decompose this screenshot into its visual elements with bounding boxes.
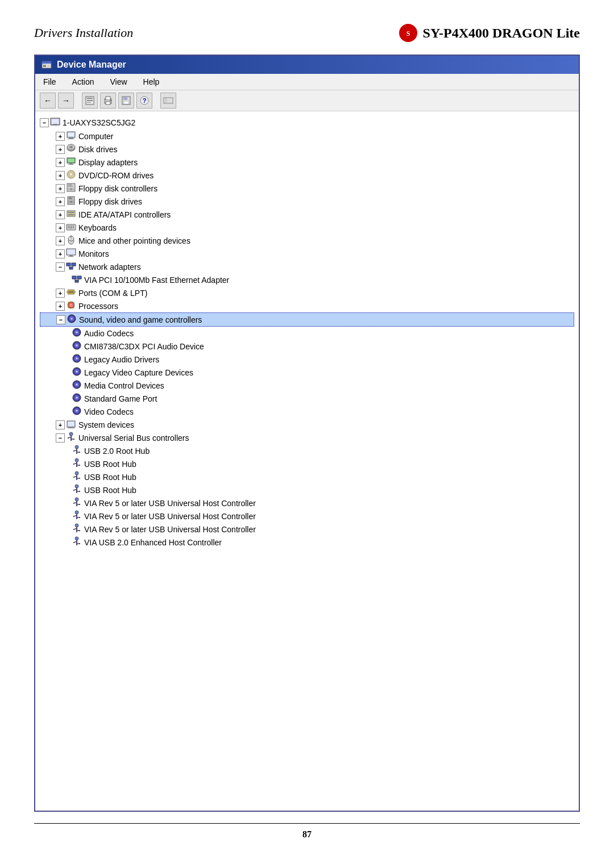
tree-item-keyboards[interactable]: + Keyboards <box>40 221 574 234</box>
svg-rect-178 <box>79 530 80 531</box>
svg-rect-184 <box>79 543 80 544</box>
sound-label: Sound, video and game controllers <box>79 315 202 324</box>
toolbar-properties-button[interactable] <box>82 93 98 108</box>
svg-rect-57 <box>73 226 74 227</box>
tree-item-usb-root3[interactable]: USB Root Hub <box>40 483 574 496</box>
window-toolbar: ← → <box>35 90 579 111</box>
svg-rect-3 <box>42 61 51 64</box>
svg-rect-47 <box>71 197 72 198</box>
svg-rect-66 <box>67 249 75 254</box>
menu-file[interactable]: File <box>41 76 59 87</box>
window-title: Device Manager <box>57 60 126 70</box>
svg-rect-165 <box>73 503 74 504</box>
legacy-video-label: Legacy Video Capture Devices <box>84 368 193 377</box>
svg-rect-130 <box>68 428 74 428</box>
tree-item-via-usb20[interactable]: VIA USB 2.0 Enhanced Host Controller <box>40 536 574 549</box>
svg-rect-9 <box>87 100 93 101</box>
via-usb1-label: VIA Rev 5 or later USB Universal Host Co… <box>84 499 256 508</box>
tree-item-cmi8738[interactable]: CMI8738/C3DX PCI Audio Device <box>40 340 574 353</box>
svg-rect-28 <box>69 137 73 139</box>
toolbar-back-button[interactable]: ← <box>40 93 56 108</box>
dvd-icon <box>66 169 76 181</box>
svg-point-167 <box>75 511 78 514</box>
tree-root[interactable]: − 1-UAXYS32SC5JG2 <box>40 116 574 130</box>
tree-item-floppy-drv[interactable]: + Floppy disk drives <box>40 195 574 208</box>
audio-codecs-label: Audio Codecs <box>84 329 134 338</box>
device-tree: − 1-UAXYS32SC5JG2 + <box>35 111 579 553</box>
tree-item-via-usb3[interactable]: VIA Rev 5 or later USB Universal Host Co… <box>40 523 574 536</box>
toolbar-help-button[interactable]: ? <box>136 93 152 108</box>
tree-item-computer[interactable]: + Computer <box>40 130 574 143</box>
tree-item-floppy-ctrl[interactable]: + Floppy disk controllers <box>40 182 574 195</box>
floppy-drv-icon <box>66 195 76 207</box>
tree-item-mice[interactable]: + Mice and other pointing devices <box>40 234 574 247</box>
svg-rect-52 <box>68 214 74 215</box>
svg-rect-160 <box>79 491 80 492</box>
tree-item-legacy-video[interactable]: Legacy Video Capture Devices <box>40 366 574 379</box>
titlebar-icon <box>41 59 52 70</box>
tree-item-dvd[interactable]: + DVD/CD-ROM drives <box>40 169 574 182</box>
tree-item-system[interactable]: + System devices <box>40 418 574 431</box>
tree-item-ports[interactable]: + Ports (COM & LPT) <box>40 286 574 299</box>
window-menubar: File Action View Help <box>35 74 579 90</box>
mice-icon <box>66 235 76 247</box>
svg-text:S: S <box>406 30 410 37</box>
via-usb20-icon <box>72 536 82 548</box>
svg-rect-68 <box>68 256 74 257</box>
svg-rect-91 <box>70 301 70 302</box>
menu-help[interactable]: Help <box>141 76 162 87</box>
tree-item-monitors[interactable]: + Monitors <box>40 247 574 260</box>
tree-item-legacy-audio[interactable]: Legacy Audio Drivers <box>40 353 574 366</box>
svg-rect-172 <box>79 517 80 518</box>
tree-item-via-pci[interactable]: VIA PCI 10/100Mb Fast Ethernet Adapter <box>40 273 574 286</box>
tree-item-usb20hub[interactable]: USB 2.0 Root Hub <box>40 444 574 457</box>
tree-item-display[interactable]: + Display adapters <box>40 156 574 169</box>
cmi8738-icon <box>72 340 82 352</box>
tree-item-via-usb2[interactable]: VIA Rev 5 or later USB Universal Host Co… <box>40 510 574 523</box>
game-port-icon <box>72 393 82 404</box>
toolbar-print-button[interactable] <box>100 93 116 108</box>
svg-rect-83 <box>67 291 68 293</box>
svg-point-118 <box>76 384 77 385</box>
tree-item-network[interactable]: − Network adapters <box>40 260 574 273</box>
svg-point-149 <box>75 471 78 475</box>
svg-rect-24 <box>53 124 57 125</box>
floppy-ctrl-label: Floppy disk controllers <box>78 184 157 193</box>
tree-item-sound[interactable]: − Sound, video and game controllers <box>40 312 574 327</box>
svg-rect-94 <box>72 308 72 309</box>
menu-action[interactable]: Action <box>70 76 97 87</box>
tree-item-usb-root1[interactable]: USB Root Hub <box>40 457 574 470</box>
toolbar-extra-button[interactable] <box>160 93 176 108</box>
cmi8738-label: CMI8738/C3DX PCI Audio Device <box>84 342 204 351</box>
svg-rect-55 <box>69 226 70 227</box>
tree-item-usb[interactable]: − Universal Serial Bus controllers <box>40 431 574 444</box>
ports-label: Ports (COM & LPT) <box>78 289 147 298</box>
toolbar-save-button[interactable] <box>118 93 134 108</box>
tree-item-audio-codecs[interactable]: Audio Codecs <box>40 327 574 340</box>
tree-item-game-port[interactable]: Standard Game Port <box>40 392 574 405</box>
tree-item-ide[interactable]: + IDE ATA/ATAPI controllers <box>40 208 574 221</box>
via-pci-label: VIA PCI 10/100Mb Fast Ethernet Adapter <box>84 276 229 285</box>
svg-rect-59 <box>69 227 72 228</box>
tree-item-disk[interactable]: + Disk drives <box>40 143 574 156</box>
svg-rect-69 <box>67 263 70 266</box>
usb-label: Universal Serial Bus controllers <box>78 433 189 443</box>
keyboard-icon <box>66 222 76 233</box>
display-icon <box>66 156 76 168</box>
toolbar-forward-button[interactable]: → <box>58 93 74 108</box>
tree-item-processors[interactable]: + Processors <box>40 299 574 312</box>
tree-item-via-usb1[interactable]: VIA Rev 5 or later USB Universal Host Co… <box>40 496 574 510</box>
svg-rect-4 <box>43 65 46 67</box>
svg-rect-5 <box>47 65 50 66</box>
svg-rect-129 <box>69 427 73 428</box>
tree-item-usb-root2[interactable]: USB Root Hub <box>40 470 574 483</box>
menu-view[interactable]: View <box>107 76 129 87</box>
svg-rect-25 <box>52 125 59 126</box>
tree-item-media-ctrl[interactable]: Media Control Devices <box>40 379 574 392</box>
svg-point-98 <box>71 318 72 319</box>
svg-rect-87 <box>67 304 68 304</box>
svg-rect-8 <box>87 98 93 99</box>
via-usb3-label: VIA Rev 5 or later USB Universal Host Co… <box>84 525 256 534</box>
svg-point-131 <box>69 432 73 436</box>
tree-item-video-codecs[interactable]: Video Codecs <box>40 405 574 418</box>
